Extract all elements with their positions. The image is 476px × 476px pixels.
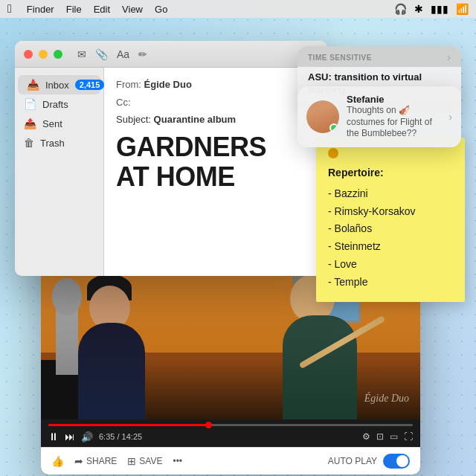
share-button[interactable]: ➦ SHARE	[74, 455, 117, 467]
edit-menu[interactable]: Edit	[94, 4, 110, 15]
autoplay-control: AUTO PLAY	[328, 454, 410, 469]
file-menu[interactable]: File	[66, 4, 82, 15]
menubar:  Finder File Edit View Go 🎧 ✱ ▮▮▮ 📶	[0, 0, 476, 18]
video-watermark: Égide Duo	[364, 393, 409, 405]
mail-toolbar: ✉ 📎 Aa ✏	[77, 48, 147, 60]
trash-label: Trash	[40, 138, 65, 149]
video-controls: ⏸ ⏭ 🔊 6:35 / 14:25 ⚙ ⊡ ▭ ⛶	[41, 419, 420, 447]
notification-stefanie[interactable]: Stefanie Thoughts on 🎻 costumes for Flig…	[298, 86, 461, 147]
mail-subject-field: Subject: Quarantine album	[116, 114, 315, 125]
sent-icon: 📤	[24, 118, 36, 129]
inbox-icon: 📥	[27, 79, 39, 91]
notification-ts-label: TIME SENSITIVE	[308, 54, 372, 62]
maximize-button[interactable]	[54, 50, 62, 59]
notification-ts-chevron: ›	[447, 51, 451, 64]
volume-icon[interactable]: 🔊	[81, 431, 93, 443]
compose-icon[interactable]: ✉	[77, 48, 86, 60]
fullscreen-icon[interactable]: ⛶	[404, 431, 413, 442]
sticky-dot	[328, 148, 338, 158]
share-label: SHARE	[86, 456, 117, 466]
battery-icon: ▮▮▮	[431, 3, 448, 15]
mail-titlebar: ✉ 📎 Aa ✏	[15, 41, 327, 68]
drafts-icon: 📄	[24, 98, 36, 110]
stefanie-name: Stefanie	[347, 94, 441, 105]
like-button[interactable]: 👍	[51, 455, 64, 467]
sidebar-item-inbox[interactable]: 📥 Inbox 2,415	[18, 75, 100, 94]
skip-button[interactable]: ⏭	[65, 431, 75, 443]
sticky-item-4: - Steinmetz	[328, 238, 453, 256]
controls-row: ⏸ ⏭ 🔊 6:35 / 14:25 ⚙ ⊡ ▭ ⛶	[48, 431, 413, 443]
sticky-item-2: - Rimsky-Korsakov	[328, 203, 453, 221]
mail-from-field: From: Égide Duo	[116, 78, 315, 91]
sidebar-item-trash[interactable]: 🗑 Trash	[15, 133, 103, 152]
notification-ts-header: TIME SENSITIVE ›	[298, 46, 461, 67]
mail-content: From: Égide Duo Cc: Subject: Quarantine …	[104, 68, 327, 276]
sidebar-item-drafts[interactable]: 📄 Drafts	[15, 94, 103, 114]
person-left	[71, 293, 160, 419]
close-button[interactable]	[24, 50, 33, 59]
stefanie-text: Stefanie Thoughts on 🎻 costumes for Flig…	[347, 94, 441, 140]
play-button[interactable]: ⏸	[48, 431, 59, 443]
inbox-badge: 2,415	[75, 80, 105, 90]
mail-cc-field: Cc:	[116, 96, 315, 109]
drafts-label: Drafts	[42, 99, 68, 110]
save-button[interactable]: ⊞ SAVE	[127, 455, 162, 467]
mail-window: ✉ 📎 Aa ✏ 📥 Inbox 2,415 📄 Drafts 📤 Sent 🗑	[15, 41, 327, 276]
settings-icon[interactable]: ⚙	[362, 431, 370, 442]
mail-body: 📥 Inbox 2,415 📄 Drafts 📤 Sent 🗑 Trash Fr…	[15, 68, 327, 276]
headline-line2: AT HOME	[116, 162, 315, 192]
view-menu[interactable]: View	[122, 4, 143, 15]
headphone-icon: 🎧	[394, 3, 407, 15]
font-icon[interactable]: Aa	[117, 48, 129, 60]
stefanie-message: Thoughts on 🎻 costumes for Flight of the…	[347, 105, 441, 140]
right-controls: ⚙ ⊡ ▭ ⛶	[362, 431, 413, 442]
time-display: 6:35 / 14:25	[99, 432, 142, 441]
wifi-icon: 📶	[456, 3, 469, 15]
share-icon: ➦	[74, 455, 83, 467]
mail-sidebar: 📥 Inbox 2,415 📄 Drafts 📤 Sent 🗑 Trash	[15, 68, 104, 276]
sidebar-item-sent[interactable]: 📤 Sent	[15, 114, 103, 133]
sent-label: Sent	[42, 118, 62, 129]
autoplay-label: AUTO PLAY	[328, 456, 377, 466]
more-icon: •••	[173, 456, 182, 466]
sticky-item-6: - Temple	[328, 274, 453, 292]
sticky-item-3: - Bolaños	[328, 220, 453, 238]
theater-icon[interactable]: ▭	[390, 431, 398, 442]
stefanie-chevron: ›	[448, 111, 452, 123]
more-button[interactable]: •••	[173, 456, 182, 466]
go-menu[interactable]: Go	[155, 4, 167, 15]
mail-subject-value: Quarantine album	[154, 114, 237, 125]
progress-bar[interactable]	[48, 424, 413, 426]
sticky-item-1: - Bazzini	[328, 185, 453, 203]
miniplayer-icon[interactable]: ⊡	[376, 431, 384, 442]
edit-icon[interactable]: ✏	[138, 48, 147, 60]
sticky-item-5: - Love	[328, 256, 453, 274]
save-icon: ⊞	[127, 455, 136, 467]
menubar-right-icons: 🎧 ✱ ▮▮▮ 📶	[394, 3, 469, 15]
headline-line1: GARDNERS	[116, 132, 315, 162]
finder-menu[interactable]: Finder	[27, 4, 54, 15]
minimize-button[interactable]	[39, 50, 48, 59]
apple-menu[interactable]: 	[7, 2, 12, 16]
inbox-label: Inbox	[45, 80, 69, 91]
save-label: SAVE	[139, 456, 162, 466]
microphone	[56, 286, 78, 375]
mail-headline: GARDNERS AT HOME	[116, 132, 315, 191]
person-right-body	[283, 315, 357, 419]
online-indicator	[329, 123, 338, 132]
paperclip-icon[interactable]: 📎	[95, 48, 108, 60]
youtube-bottom-bar: 👍 ➦ SHARE ⊞ SAVE ••• AUTO PLAY	[41, 447, 420, 475]
mail-from-value: Égide Duo	[144, 79, 192, 90]
sticky-title: Repertoire:	[328, 164, 453, 182]
progress-fill	[48, 424, 209, 426]
bluetooth-icon: ✱	[414, 3, 423, 15]
person-left-body	[78, 323, 145, 419]
thumb-up-icon: 👍	[51, 455, 64, 467]
sticky-note: Repertoire: - Bazzini - Rimsky-Korsakov …	[316, 138, 465, 302]
autoplay-toggle[interactable]	[383, 454, 410, 469]
trash-icon: 🗑	[24, 137, 34, 149]
stefanie-avatar	[306, 100, 339, 133]
